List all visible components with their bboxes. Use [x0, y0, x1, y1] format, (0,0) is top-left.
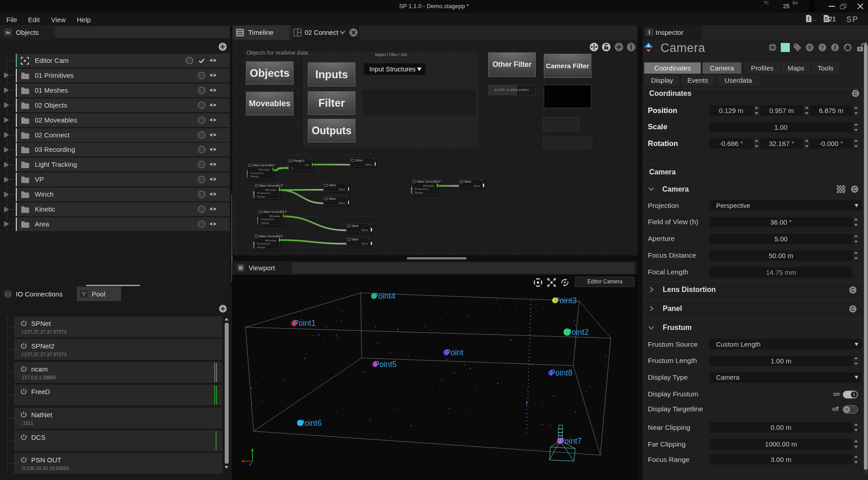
svg-text:C: C: [854, 90, 858, 97]
svg-text:Point4: Point4: [373, 292, 396, 301]
svg-text:Point: Point: [445, 348, 463, 357]
svg-text:Point6: Point6: [299, 419, 322, 428]
svg-text:Point8: Point8: [550, 368, 573, 377]
svg-text:Point5: Point5: [374, 360, 397, 369]
svg-text:C: C: [853, 186, 857, 193]
svg-text:Point2: Point2: [566, 328, 589, 337]
svg-text:C: C: [851, 306, 855, 312]
svg-text:Point1: Point1: [293, 319, 316, 328]
svg-text:C: C: [851, 287, 855, 293]
svg-text:Point3: Point3: [554, 296, 577, 305]
svg-text:?: ?: [821, 44, 824, 51]
